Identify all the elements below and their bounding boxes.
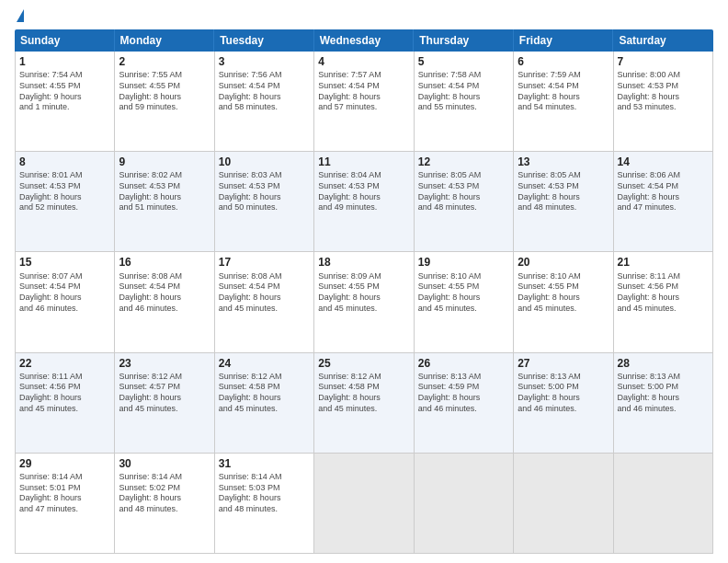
day-number: 12	[418, 155, 509, 169]
cell-line: Sunrise: 8:14 AM	[219, 472, 310, 483]
cell-line: Sunset: 5:00 PM	[618, 382, 709, 393]
cell-line: Sunrise: 8:14 AM	[119, 472, 210, 483]
calendar-cell: 29Sunrise: 8:14 AMSunset: 5:01 PMDayligh…	[16, 454, 115, 553]
cell-line: Daylight: 8 hours	[318, 92, 409, 103]
cell-line: Daylight: 8 hours	[518, 92, 609, 103]
day-number: 29	[19, 456, 110, 471]
day-number: 21	[618, 255, 709, 270]
day-number: 7	[618, 54, 709, 69]
cell-line: Sunrise: 8:00 AM	[618, 70, 709, 81]
cell-line: and 48 minutes.	[418, 202, 509, 213]
cell-line: Daylight: 8 hours	[518, 293, 609, 304]
cell-line: Daylight: 8 hours	[318, 393, 409, 404]
calendar-cell: 23Sunrise: 8:12 AMSunset: 4:57 PMDayligh…	[115, 353, 214, 453]
day-number: 5	[418, 54, 509, 69]
cell-line: Sunset: 4:53 PM	[219, 181, 310, 192]
cal-header-sunday: Sunday	[15, 29, 115, 52]
cell-line: and 51 minutes.	[119, 202, 210, 213]
cell-line: Daylight: 8 hours	[19, 393, 110, 404]
calendar-cell: 5Sunrise: 7:58 AMSunset: 4:54 PMDaylight…	[415, 52, 514, 151]
calendar-cell: 3Sunrise: 7:56 AMSunset: 4:54 PMDaylight…	[215, 52, 314, 151]
cell-line: Sunrise: 8:10 AM	[418, 271, 509, 282]
day-number: 23	[119, 356, 210, 371]
cal-header-wednesday: Wednesday	[314, 29, 415, 52]
cell-line: Daylight: 8 hours	[618, 293, 709, 304]
cell-line: Daylight: 9 hours	[19, 92, 110, 103]
cell-line: and 46 minutes.	[618, 404, 709, 415]
calendar-cell: 6Sunrise: 7:59 AMSunset: 4:54 PMDaylight…	[514, 52, 613, 151]
cell-line: Sunset: 4:53 PM	[618, 81, 709, 92]
cell-line: Sunrise: 7:57 AM	[318, 70, 409, 81]
cell-line: and 47 minutes.	[618, 202, 709, 213]
calendar-cell: 14Sunrise: 8:06 AMSunset: 4:54 PMDayligh…	[614, 152, 713, 251]
cell-line: Sunset: 4:55 PM	[19, 81, 110, 92]
calendar-cell: 30Sunrise: 8:14 AMSunset: 5:02 PMDayligh…	[115, 454, 214, 553]
calendar-cell: 25Sunrise: 8:12 AMSunset: 4:58 PMDayligh…	[314, 353, 414, 453]
calendar-week-4: 22Sunrise: 8:11 AMSunset: 4:56 PMDayligh…	[15, 353, 713, 454]
cal-header-monday: Monday	[115, 29, 215, 52]
day-number: 31	[219, 456, 310, 471]
cell-line: Daylight: 8 hours	[618, 393, 709, 404]
calendar-cell	[614, 454, 713, 553]
calendar-cell	[514, 454, 613, 553]
cell-line: Sunrise: 7:55 AM	[119, 70, 210, 81]
cell-line: Sunset: 4:54 PM	[19, 282, 110, 293]
logo-triangle-icon	[17, 9, 24, 22]
cell-line: Daylight: 8 hours	[119, 493, 210, 504]
day-number: 19	[418, 255, 509, 270]
calendar-cell: 13Sunrise: 8:05 AMSunset: 4:53 PMDayligh…	[514, 152, 613, 251]
day-number: 3	[219, 54, 310, 69]
cell-line: Sunset: 4:53 PM	[518, 181, 609, 192]
cell-line: Sunset: 4:54 PM	[418, 81, 509, 92]
day-number: 26	[418, 356, 509, 371]
cell-line: and 46 minutes.	[19, 304, 110, 315]
calendar-cell: 28Sunrise: 8:13 AMSunset: 5:00 PMDayligh…	[614, 353, 713, 453]
calendar-cell: 31Sunrise: 8:14 AMSunset: 5:03 PMDayligh…	[215, 454, 314, 553]
cell-line: Sunset: 4:53 PM	[418, 181, 509, 192]
cell-line: Sunset: 4:53 PM	[318, 181, 409, 192]
calendar: SundayMondayTuesdayWednesdayThursdayFrid…	[15, 29, 713, 554]
calendar-cell: 9Sunrise: 8:02 AMSunset: 4:53 PMDaylight…	[115, 152, 214, 251]
cell-line: Sunrise: 8:12 AM	[219, 372, 310, 383]
calendar-week-3: 15Sunrise: 8:07 AMSunset: 4:54 PMDayligh…	[15, 252, 713, 352]
calendar-cell: 26Sunrise: 8:13 AMSunset: 4:59 PMDayligh…	[415, 353, 514, 453]
cell-line: and 45 minutes.	[19, 404, 110, 415]
cell-line: and 45 minutes.	[119, 404, 210, 415]
day-number: 4	[318, 54, 409, 69]
cell-line: Sunrise: 8:05 AM	[418, 170, 509, 181]
cell-line: Daylight: 8 hours	[219, 92, 310, 103]
cell-line: Sunrise: 8:11 AM	[19, 372, 110, 383]
cell-line: and 45 minutes.	[318, 404, 409, 415]
calendar-cell	[415, 454, 514, 553]
cell-line: Sunrise: 8:12 AM	[119, 372, 210, 383]
cell-line: and 45 minutes.	[219, 404, 310, 415]
day-number: 18	[318, 255, 409, 270]
cell-line: Sunset: 5:01 PM	[19, 483, 110, 494]
day-number: 25	[318, 356, 409, 371]
cell-line: Sunrise: 8:13 AM	[418, 372, 509, 383]
calendar-cell: 2Sunrise: 7:55 AMSunset: 4:55 PMDaylight…	[115, 52, 214, 151]
cell-line: and 58 minutes.	[219, 102, 310, 113]
calendar-week-5: 29Sunrise: 8:14 AMSunset: 5:01 PMDayligh…	[15, 454, 713, 554]
cell-line: Daylight: 8 hours	[19, 293, 110, 304]
cell-line: Daylight: 8 hours	[418, 293, 509, 304]
day-number: 17	[219, 255, 310, 270]
cell-line: Sunrise: 8:12 AM	[318, 372, 409, 383]
cell-line: and 46 minutes.	[119, 304, 210, 315]
calendar-cell: 27Sunrise: 8:13 AMSunset: 5:00 PMDayligh…	[514, 353, 613, 453]
cell-line: and 1 minute.	[19, 102, 110, 113]
cell-line: and 45 minutes.	[518, 304, 609, 315]
cell-line: Sunrise: 8:05 AM	[518, 170, 609, 181]
day-number: 20	[518, 255, 609, 270]
calendar-cell: 18Sunrise: 8:09 AMSunset: 4:55 PMDayligh…	[314, 252, 414, 351]
day-number: 10	[219, 155, 310, 169]
day-number: 2	[119, 54, 210, 69]
cell-line: Sunrise: 8:13 AM	[518, 372, 609, 383]
calendar-header: SundayMondayTuesdayWednesdayThursdayFrid…	[15, 29, 713, 52]
calendar-cell	[314, 454, 414, 553]
calendar-cell: 7Sunrise: 8:00 AMSunset: 4:53 PMDaylight…	[614, 52, 713, 151]
cell-line: Daylight: 8 hours	[119, 293, 210, 304]
cell-line: Sunrise: 8:08 AM	[119, 271, 210, 282]
cell-line: and 57 minutes.	[318, 102, 409, 113]
day-number: 15	[19, 255, 110, 270]
